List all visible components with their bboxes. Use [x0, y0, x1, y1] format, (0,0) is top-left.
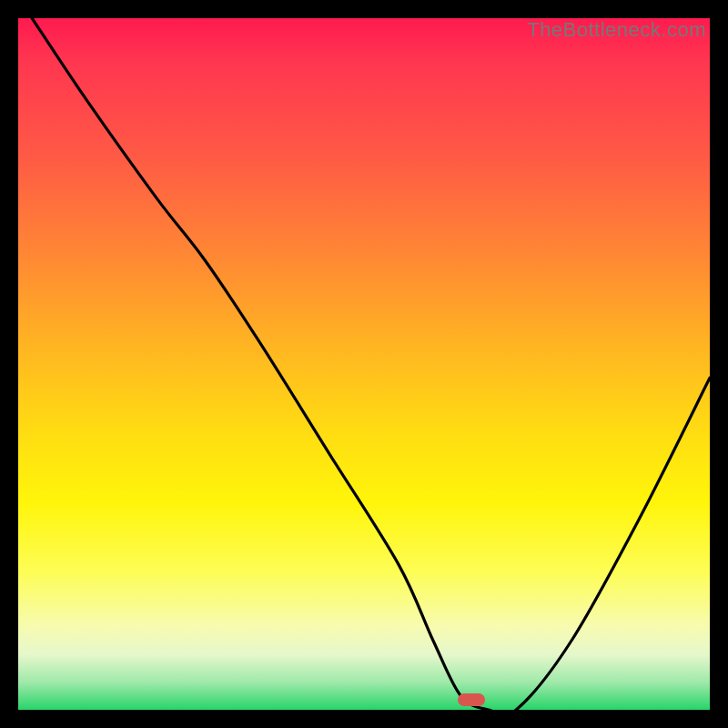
- watermark-text: TheBottleneck.com: [527, 18, 706, 42]
- optimum-marker: [458, 693, 485, 706]
- chart-frame: TheBottleneck.com: [18, 18, 710, 710]
- bottleneck-curve: [18, 18, 710, 710]
